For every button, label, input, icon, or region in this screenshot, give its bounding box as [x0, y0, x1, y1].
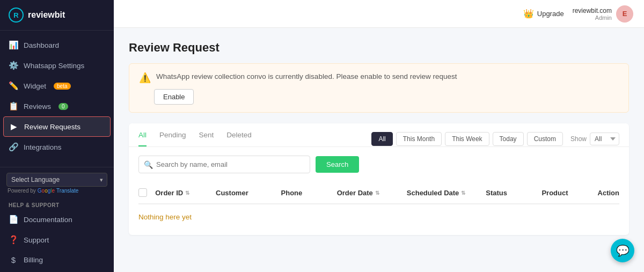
sidebar-item-label: Review Requests — [24, 123, 80, 131]
reviews-icon: 📋 — [9, 101, 18, 111]
powered-by: Powered by Google Translate — [6, 187, 107, 197]
powered-by-text: Powered by — [8, 188, 36, 194]
language-section: Select Language English Spanish French G… — [0, 167, 114, 199]
th-order-id: Order ID ⇅ — [155, 189, 216, 197]
google-logo: Google — [38, 188, 55, 194]
date-filter-today[interactable]: Today — [493, 132, 524, 146]
integrations-icon: 🔗 — [9, 142, 18, 152]
sidebar-nav: 📊 Dashboard ⚙️ Whatsapp Settings ✏️ Widg… — [0, 31, 114, 167]
empty-message: Nothing here yet — [138, 204, 619, 230]
sidebar-item-whatsapp-settings[interactable]: ⚙️ Whatsapp Settings — [0, 55, 114, 76]
search-button[interactable]: Search — [316, 156, 359, 173]
widget-icon: ✏️ — [9, 81, 18, 91]
sort-icon: ⇅ — [185, 190, 189, 196]
th-status: Status — [486, 189, 541, 197]
sidebar-item-label: Reviews — [24, 102, 51, 111]
enable-button[interactable]: Enable — [154, 89, 194, 105]
support-icon: ❓ — [9, 235, 18, 245]
chat-widget-button[interactable]: 💬 — [611, 239, 634, 262]
th-scheduled-date: Scheduled Date ⇅ — [407, 189, 486, 197]
crown-icon: 👑 — [523, 9, 534, 19]
reviews-count-badge: 0 — [58, 103, 68, 110]
sidebar-item-documentation[interactable]: 📄 Documentation — [0, 209, 114, 230]
logo-text: reviewbit — [28, 10, 65, 20]
topbar: 👑 Upgrade reviewbit.com Admin E — [114, 0, 644, 28]
logo-icon: R — [9, 8, 24, 23]
chat-icon: 💬 — [616, 244, 630, 257]
date-filter-this-week[interactable]: This Week — [445, 132, 489, 146]
tab-all[interactable]: All — [138, 131, 147, 146]
alert-message-row: ⚠️ WhatsApp review collection convo is c… — [139, 71, 619, 84]
th-phone: Phone — [281, 189, 337, 197]
sidebar-item-label: Integrations — [24, 143, 62, 151]
sidebar-item-widget[interactable]: ✏️ Widget beta — [0, 76, 114, 96]
sort-icon: ⇅ — [461, 190, 465, 196]
sidebar-item-support[interactable]: ❓ Support — [0, 230, 114, 250]
billing-icon: $ — [9, 255, 18, 264]
user-role: Admin — [573, 14, 612, 21]
page-content: Review Request ⚠️ WhatsApp review collec… — [114, 28, 644, 272]
sidebar-item-label: Support — [24, 236, 49, 244]
show-label: Show — [570, 135, 587, 143]
page-title: Review Request — [129, 41, 629, 55]
date-filter-custom[interactable]: Custom — [527, 132, 563, 146]
header-checkbox[interactable] — [138, 188, 147, 197]
search-row: 🔍 Search — [129, 147, 629, 182]
th-customer: Customer — [216, 189, 281, 197]
user-domain: reviewbit.com — [573, 7, 612, 14]
sidebar-item-label: Whatsapp Settings — [24, 62, 84, 70]
date-filter-all[interactable]: All — [371, 132, 392, 146]
alert-text: WhatsApp review collection convo is curr… — [156, 71, 457, 82]
sidebar-item-label: Widget — [24, 82, 46, 90]
table-section: Order ID ⇅ Customer Phone Order Date ⇅ S — [129, 182, 629, 235]
tabs-group: All Pending Sent Deleted — [138, 131, 252, 146]
sidebar: R reviewbit 📊 Dashboard ⚙️ Whatsapp Sett… — [0, 0, 114, 272]
beta-badge: beta — [54, 83, 70, 90]
search-input[interactable] — [138, 156, 310, 173]
sidebar-bottom: HELP & SUPPORT 📄 Documentation ❓ Support… — [0, 199, 114, 272]
sort-icon: ⇅ — [375, 190, 379, 196]
sidebar-item-label: Billing — [24, 256, 43, 264]
language-select[interactable]: Select Language English Spanish French G… — [6, 173, 107, 187]
sidebar-logo: R reviewbit — [0, 0, 114, 31]
table-header: Order ID ⇅ Customer Phone Order Date ⇅ S — [138, 182, 619, 204]
sidebar-item-integrations[interactable]: 🔗 Integrations — [0, 137, 114, 157]
sidebar-item-review-requests[interactable]: ▶ Review Requests — [3, 116, 111, 137]
tab-deleted[interactable]: Deleted — [226, 131, 252, 146]
sidebar-item-label: Documentation — [24, 216, 72, 224]
warning-icon: ⚠️ — [139, 72, 151, 84]
search-icon: 🔍 — [144, 160, 153, 169]
sidebar-item-label: Dashboard — [24, 41, 59, 49]
tabs-row: All Pending Sent Deleted All This Month … — [129, 123, 629, 147]
filter-section: All Pending Sent Deleted All This Month … — [129, 123, 629, 235]
alert-box: ⚠️ WhatsApp review collection convo is c… — [129, 63, 629, 113]
sidebar-item-reviews[interactable]: 📋 Reviews 0 — [0, 96, 114, 116]
avatar[interactable]: E — [616, 5, 633, 23]
sidebar-item-dashboard[interactable]: 📊 Dashboard — [0, 35, 114, 55]
help-support-label: HELP & SUPPORT — [0, 199, 114, 209]
settings-icon: ⚙️ — [9, 61, 18, 70]
user-details: reviewbit.com Admin — [573, 7, 612, 21]
main-area: 👑 Upgrade reviewbit.com Admin E Review R… — [114, 0, 644, 272]
sidebar-item-billing[interactable]: $ Billing — [0, 250, 114, 270]
tab-pending[interactable]: Pending — [159, 131, 186, 146]
translate-link[interactable]: Translate — [56, 188, 78, 194]
show-select[interactable]: All 10 25 50 100 — [590, 133, 619, 145]
th-order-date: Order Date ⇅ — [337, 189, 407, 197]
dashboard-icon: 📊 — [9, 40, 18, 50]
tab-sent[interactable]: Sent — [199, 131, 214, 146]
th-checkbox — [138, 188, 155, 197]
user-info-group: reviewbit.com Admin E — [573, 5, 633, 23]
review-requests-icon: ▶ — [9, 122, 19, 131]
search-input-wrapper: 🔍 — [138, 156, 310, 173]
th-action: Action — [598, 189, 619, 197]
date-filter-this-month[interactable]: This Month — [396, 132, 442, 146]
documentation-icon: 📄 — [9, 215, 18, 224]
th-product: Product — [541, 189, 597, 197]
upgrade-button[interactable]: 👑 Upgrade — [523, 9, 564, 19]
date-filter-group: All This Month This Week Today Custom Sh… — [371, 132, 619, 146]
upgrade-label: Upgrade — [537, 10, 564, 18]
